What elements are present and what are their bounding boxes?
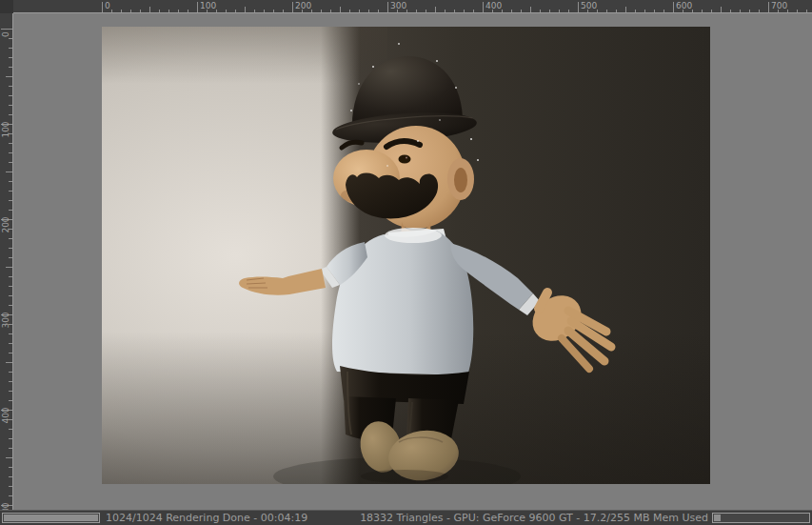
ruler-tick <box>9 86 12 87</box>
ruler-tick <box>359 10 360 13</box>
ruler-tick <box>9 57 12 58</box>
ruler-label: 400 <box>0 403 11 428</box>
ruler-tick <box>9 229 12 230</box>
ruler-label: 400 <box>485 1 502 10</box>
ruler-tick <box>445 10 446 13</box>
ruler-tick <box>711 10 712 13</box>
ruler-tick <box>559 10 560 13</box>
ruler-tick <box>178 10 179 13</box>
ruler-tick <box>9 486 12 487</box>
ruler-tick <box>9 95 12 96</box>
ruler-tick <box>197 2 198 13</box>
ruler-label: 700 <box>771 1 787 10</box>
ruler-tick <box>302 10 303 13</box>
ruler-tick <box>797 10 798 13</box>
ruler-tick <box>9 133 12 134</box>
ruler-tick <box>616 10 617 13</box>
ruler-tick <box>378 10 379 13</box>
render-viewport[interactable] <box>13 13 812 510</box>
ruler-tick <box>9 276 12 277</box>
ruler-tick <box>426 10 426 13</box>
ruler-tick <box>9 391 12 392</box>
ruler-tick <box>9 333 12 334</box>
ruler-tick <box>587 10 588 13</box>
ruler-label: 200 <box>295 1 311 10</box>
ruler-tick <box>454 10 455 13</box>
ruler-tick <box>473 10 474 13</box>
ruler-tick <box>9 305 12 306</box>
ruler-tick <box>311 10 312 13</box>
ruler-tick <box>273 10 274 13</box>
ruler-tick <box>9 200 12 201</box>
ruler-label: 100 <box>200 1 216 10</box>
ruler-tick <box>644 10 645 13</box>
ruler-tick <box>540 10 541 13</box>
ruler-tick <box>168 10 169 13</box>
ruler-tick <box>349 10 350 13</box>
ruler-tick <box>9 343 12 344</box>
ruler-tick <box>683 10 683 13</box>
render-progressbar <box>2 513 100 523</box>
ruler-tick <box>9 324 12 325</box>
ruler-tick <box>663 10 664 13</box>
ruler-tick <box>9 400 12 401</box>
ruler-tick <box>692 10 693 13</box>
ruler-tick <box>483 2 484 13</box>
render-status-text: 1024/1024 Rendering Done - 00:04:19 <box>106 512 307 525</box>
ruler-tick <box>216 10 217 13</box>
ruler-label: 0 <box>0 22 11 47</box>
ruler-label: 600 <box>676 1 692 10</box>
ruler-tick <box>530 7 531 13</box>
ruler-tick <box>207 10 208 13</box>
ruler-tick <box>702 10 703 13</box>
ruler-tick <box>245 7 246 13</box>
ruler-tick <box>102 2 103 13</box>
ruler-tick <box>264 10 265 13</box>
ruler-tick <box>159 10 160 13</box>
statusbar: 1024/1024 Rendering Done - 00:04:19 1833… <box>0 510 812 525</box>
ruler-tick <box>578 2 579 13</box>
render-window: 0100200300400500600700 0100200300400500 … <box>0 0 812 525</box>
ruler-tick <box>768 2 769 13</box>
ruler-tick <box>597 10 598 13</box>
ruler-tick <box>9 181 12 182</box>
ruler-tick <box>9 295 12 296</box>
ruler-tick <box>111 10 112 13</box>
ruler-label: 100 <box>0 117 11 142</box>
ruler-tick <box>340 7 341 13</box>
ruler-tick <box>730 10 731 13</box>
ruler-vertical: 0100200300400500 <box>0 13 13 510</box>
character-eye <box>399 155 411 164</box>
ruler-tick <box>9 448 12 449</box>
ruler-tick <box>226 10 227 13</box>
ruler-tick <box>140 10 141 13</box>
ruler-tick <box>397 10 398 13</box>
ruler-label: 500 <box>581 1 597 10</box>
ruler-tick <box>368 10 369 13</box>
ruler-tick <box>9 476 12 477</box>
gpu-memory-progressbar-fill <box>714 515 721 521</box>
ruler-tick <box>511 10 512 13</box>
ruler-tick <box>787 10 788 13</box>
ruler-tick <box>759 10 760 13</box>
ruler-label: 300 <box>0 308 11 333</box>
ruler-tick <box>806 10 807 13</box>
ruler-tick <box>673 2 674 13</box>
ruler-tick <box>625 7 626 13</box>
ruler-tick <box>416 10 417 13</box>
ruler-tick <box>568 10 569 13</box>
ruler-tick <box>9 438 12 439</box>
ruler-tick <box>464 10 465 13</box>
ruler-label: 200 <box>0 212 11 237</box>
ruler-tick <box>740 10 741 13</box>
stats-text: 18332 Triangles - GPU: GeForce 9600 GT -… <box>360 512 708 525</box>
ruler-label: 0 <box>105 1 110 10</box>
ruler-tick <box>188 10 188 13</box>
ruler-tick <box>9 495 12 496</box>
ruler-tick <box>521 10 522 13</box>
render-progressbar-fill <box>4 515 98 521</box>
ruler-tick <box>9 48 12 49</box>
ruler-horizontal: 0100200300400500600700 <box>0 0 812 13</box>
ruler-tick <box>9 248 12 249</box>
ruler-label: 300 <box>390 1 406 10</box>
